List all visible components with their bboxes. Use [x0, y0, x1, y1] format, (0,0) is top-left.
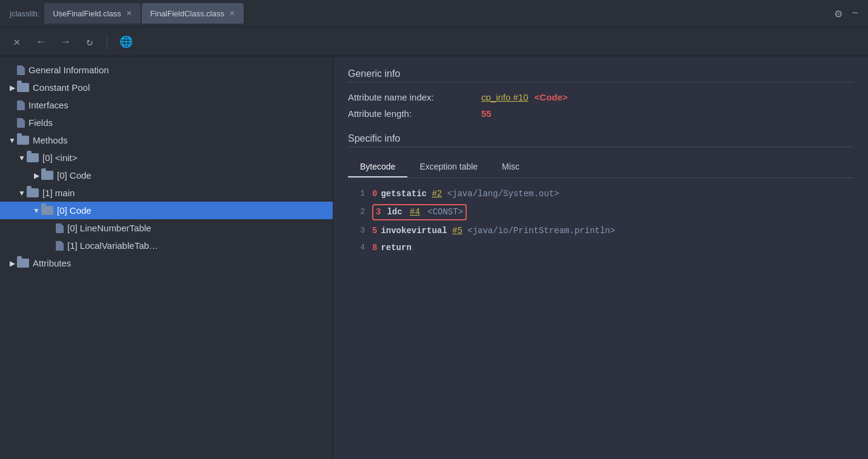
- highlight-box-2: 3 ldc #4 <CONST>: [372, 204, 467, 220]
- main-container: General Information ▶ Constant Pool Inte…: [0, 56, 868, 459]
- label-methods-main-code: [0] Code: [57, 205, 92, 216]
- label-methods: Methods: [33, 135, 68, 145]
- label-general-information: General Information: [28, 65, 109, 75]
- keyword-2: ldc: [387, 205, 407, 219]
- folder-icon-methods-init: [27, 153, 39, 162]
- browser-button[interactable]: 🌐: [115, 33, 138, 51]
- specific-info-title: Specific info: [348, 133, 853, 144]
- tab-use-final-field[interactable]: UseFinalField.class ✕: [44, 3, 141, 24]
- ref-link-2[interactable]: #4: [410, 205, 420, 219]
- tab-exception-table[interactable]: Exception table: [407, 157, 490, 177]
- folder-icon-constant-pool: [17, 83, 29, 92]
- minimize-icon[interactable]: −: [847, 7, 863, 19]
- sidebar-item-methods-init[interactable]: ▼ [0] <init>: [0, 149, 333, 167]
- label-fields: Fields: [28, 117, 53, 128]
- inner-num-2: 3: [376, 205, 381, 219]
- arrow-fields: [7, 119, 17, 127]
- content-area: Generic info Attribute name index: cp_in…: [333, 56, 868, 459]
- code-line-1: 1 0 getstatic #2 <java/lang/System.out>: [348, 185, 853, 202]
- generic-info-divider: [348, 82, 853, 82]
- inner-num-3: 5: [372, 224, 377, 237]
- sidebar-item-fields[interactable]: Fields: [0, 114, 333, 131]
- tab2-close-icon[interactable]: ✕: [229, 9, 235, 18]
- code-line-3: 3 5 invokevirtual #5 <java/io/PrintStrea…: [348, 222, 853, 239]
- sidebar-item-methods[interactable]: ▼ Methods: [0, 131, 333, 149]
- ref-link-3[interactable]: #5: [452, 224, 462, 237]
- arrow-attributes: ▶: [7, 259, 17, 268]
- code-line-2: 2 3 ldc #4 <CONST>: [348, 202, 853, 222]
- code-line-4: 4 8 return: [348, 239, 853, 256]
- back-button[interactable]: ←: [32, 33, 51, 50]
- keyword-4: return: [381, 241, 411, 254]
- file-icon-interfaces: [17, 101, 25, 110]
- sidebar-item-interfaces[interactable]: Interfaces: [0, 96, 333, 114]
- tab-final-field-class[interactable]: FinalFieldClass.class ✕: [142, 3, 244, 24]
- file-icon-general-information: [17, 65, 25, 75]
- sidebar-item-linenumber[interactable]: [0] LineNumberTable: [0, 219, 333, 237]
- comment-1: <java/lang/System.out>: [442, 187, 559, 200]
- arrow-interfaces: [7, 101, 17, 110]
- label-localvar: [1] LocalVariableTab…: [67, 240, 158, 251]
- outer-num-2: 2: [353, 206, 365, 219]
- label-constant-pool: Constant Pool: [33, 82, 90, 93]
- generic-info-title: Generic info: [348, 68, 853, 79]
- tab-bytecode[interactable]: Bytecode: [348, 157, 407, 177]
- attribute-name-link[interactable]: cp_info #10: [481, 92, 529, 102]
- label-linenumber: [0] LineNumberTable: [67, 223, 151, 233]
- attribute-name-label: Attribute name index:: [348, 92, 481, 102]
- folder-icon-attributes: [17, 259, 29, 268]
- specific-info-divider: [348, 147, 853, 147]
- sidebar: General Information ▶ Constant Pool Inte…: [0, 56, 333, 459]
- inner-num-4: 8: [372, 241, 377, 254]
- sidebar-item-constant-pool[interactable]: ▶ Constant Pool: [0, 79, 333, 96]
- tab-misc[interactable]: Misc: [490, 157, 532, 177]
- refresh-button[interactable]: ↻: [80, 33, 99, 51]
- folder-icon-methods: [17, 136, 29, 145]
- arrow-general-information: [7, 66, 17, 74]
- arrow-methods-init: ▼: [17, 154, 27, 162]
- code-tabs: Bytecode Exception table Misc: [348, 157, 853, 178]
- file-icon-linenumber: [56, 223, 64, 233]
- arrow-methods: ▼: [7, 136, 17, 145]
- sidebar-item-localvar[interactable]: [1] LocalVariableTab…: [0, 237, 333, 254]
- folder-icon-methods-main-code: [41, 206, 53, 215]
- arrow-methods-init-code: ▶: [32, 171, 41, 180]
- settings-icon[interactable]: ⚙: [830, 6, 847, 21]
- sidebar-item-general-information[interactable]: General Information: [0, 61, 333, 79]
- attribute-length-row: Attribute length: 55: [348, 108, 853, 119]
- outer-num-3: 3: [353, 225, 365, 237]
- folder-icon-methods-init-code: [41, 171, 53, 180]
- file-icon-localvar: [56, 241, 64, 251]
- comment-2: <CONST>: [422, 205, 463, 219]
- arrow-localvar: [46, 242, 56, 250]
- close-button[interactable]: ✕: [7, 33, 27, 51]
- file-icon-fields: [17, 118, 25, 128]
- sidebar-item-methods-main[interactable]: ▼ [1] main: [0, 184, 333, 202]
- label-methods-main: [1] main: [42, 188, 75, 198]
- arrow-constant-pool: ▶: [7, 84, 17, 92]
- sidebar-item-methods-main-code[interactable]: ▼ [0] Code: [0, 202, 333, 219]
- generic-info-section: Generic info Attribute name index: cp_in…: [348, 68, 853, 119]
- title-bar: jclasslib: UseFinalField.class ✕ FinalFi…: [0, 0, 868, 27]
- toolbar: ✕ ← → ↻ 🌐: [0, 27, 868, 56]
- forward-button[interactable]: →: [56, 33, 75, 50]
- sidebar-item-attributes[interactable]: ▶ Attributes: [0, 254, 333, 272]
- tab1-close-icon[interactable]: ✕: [126, 9, 132, 18]
- ref-link-1[interactable]: #2: [432, 187, 442, 200]
- attribute-length-label: Attribute length:: [348, 108, 481, 119]
- specific-info-section: Specific info Bytecode Exception table M…: [348, 133, 853, 264]
- attribute-length-value: 55: [481, 108, 492, 119]
- attribute-name-row: Attribute name index: cp_info #10 <Code>: [348, 92, 853, 102]
- inner-num-1: 0: [372, 187, 377, 200]
- code-area: 1 0 getstatic #2 <java/lang/System.out> …: [348, 178, 853, 264]
- app-label: jclasslib:: [5, 9, 44, 18]
- toolbar-separator: [107, 35, 107, 49]
- sidebar-item-methods-init-code[interactable]: ▶ [0] Code: [0, 167, 333, 184]
- arrow-methods-main-code: ▼: [32, 206, 41, 215]
- arrow-methods-main: ▼: [17, 189, 27, 197]
- label-methods-init: [0] <init>: [42, 153, 78, 163]
- folder-icon-methods-main: [27, 188, 39, 197]
- outer-num-4: 4: [353, 242, 365, 254]
- keyword-3: invokevirtual: [381, 224, 452, 237]
- keyword-1: getstatic: [381, 187, 432, 200]
